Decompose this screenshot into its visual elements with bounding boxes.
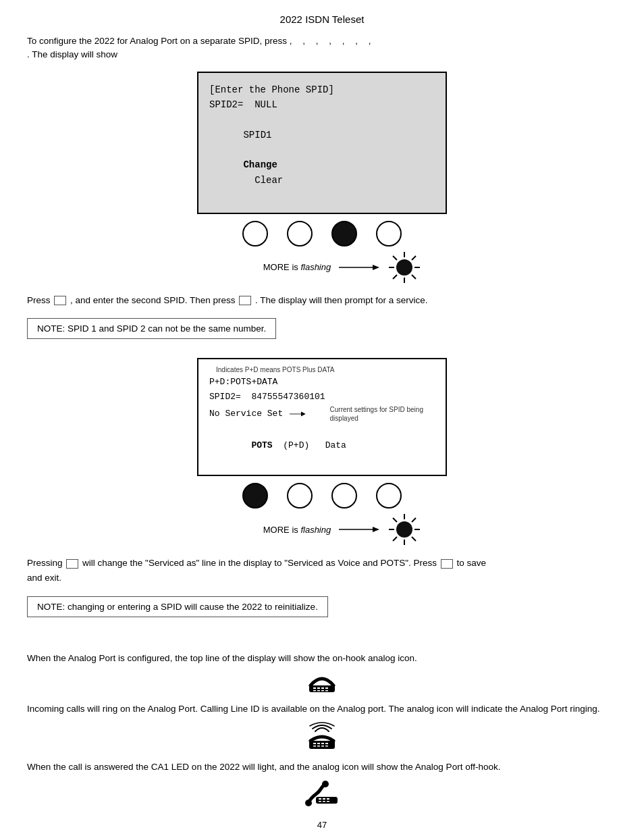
offhook-icon-row	[27, 779, 617, 806]
svg-point-10	[396, 259, 412, 276]
display2-line4: POTS (P+D) Data	[209, 423, 435, 468]
svg-marker-1	[373, 265, 379, 270]
arrow-2	[339, 523, 379, 536]
svg-rect-40	[321, 746, 324, 747]
svg-rect-26	[317, 687, 320, 689]
page-number: 47	[27, 820, 617, 830]
flash-icon-2	[387, 513, 421, 546]
svg-rect-33	[309, 741, 335, 749]
annotation-text: Current settings for SPID being displaye…	[330, 405, 435, 423]
display-line-1: [Enter the Phone SPID]	[209, 82, 435, 97]
svg-point-23	[396, 521, 412, 538]
svg-rect-46	[323, 798, 325, 800]
press-text: Press , and enter the second SPID. Then …	[27, 294, 617, 307]
svg-line-20	[412, 537, 416, 541]
svg-rect-34	[313, 743, 316, 744]
annotation-arrow	[290, 405, 329, 423]
display-box-1: [Enter the Phone SPID] SPID2= NULL SPID1…	[197, 72, 447, 214]
button-2[interactable]	[287, 221, 313, 246]
note-box-2: NOTE: changing or entering a SPID will c…	[27, 596, 328, 617]
svg-line-22	[393, 537, 397, 541]
display2-line2: SPID2= 84755547360101	[209, 390, 435, 405]
display2-line1: P+D:POTS+DATA	[209, 375, 435, 390]
more-flash-row-1: MORE is flashing	[27, 251, 617, 284]
svg-point-42	[322, 781, 329, 787]
more-text-2: MORE is flashing	[263, 525, 331, 535]
pressing-blank-btn-2	[441, 559, 453, 569]
more-flash-container-2: MORE is flashing	[263, 513, 421, 546]
press-blank-btn-1	[54, 296, 66, 305]
display2-rest: (P+D) Data	[273, 440, 346, 450]
ringing-icon-row	[27, 722, 617, 753]
svg-rect-37	[325, 743, 328, 744]
press-blank-btn-2	[239, 296, 251, 305]
note-box-1: NOTE: SPID 1 and SPID 2 can not be the s…	[27, 318, 276, 339]
svg-rect-32	[325, 690, 328, 692]
display2-line3: No Service Set	[209, 407, 283, 421]
svg-rect-39	[317, 746, 320, 747]
display-container-2: Indicates P+D means POTS Plus DATA P+D:P…	[27, 358, 617, 476]
svg-rect-31	[321, 690, 324, 692]
svg-rect-35	[317, 743, 320, 744]
buttons-row-2	[27, 483, 617, 509]
svg-rect-28	[325, 687, 328, 689]
analog-text-1: When the Analog Port is configured, the …	[27, 651, 617, 666]
flash-icon-1	[387, 251, 421, 284]
onhook-analog-icon	[306, 671, 338, 695]
svg-rect-25	[313, 687, 316, 689]
display-line-2: SPID2= NULL	[209, 97, 435, 112]
svg-line-7	[412, 275, 416, 279]
svg-rect-50	[327, 801, 329, 802]
ringing-analog-icon	[302, 722, 342, 753]
svg-rect-49	[323, 801, 325, 802]
display-wrapper-2: Indicates P+D means POTS Plus DATA P+D:P…	[197, 358, 447, 476]
svg-line-8	[412, 256, 416, 260]
display-box-2: Indicates P+D means POTS Plus DATA P+D:P…	[197, 358, 447, 476]
svg-rect-36	[321, 743, 324, 744]
intro-text: To configure the 2022 for Analog Port on…	[27, 34, 617, 62]
svg-line-19	[393, 518, 397, 522]
intro-text-part2: . The display will show	[27, 49, 117, 59]
more-text-1: MORE is flashing	[263, 262, 331, 272]
svg-rect-47	[327, 798, 329, 800]
svg-rect-27	[321, 687, 324, 689]
display-line-3: SPID1 Change Clear	[209, 112, 435, 203]
more-flash-row-2: MORE is flashing	[27, 513, 617, 546]
svg-rect-48	[319, 801, 321, 802]
onhook-icon-row	[27, 671, 617, 695]
button-dots: , , , , , , ,	[290, 36, 375, 46]
more-flash-container-1: MORE is flashing	[263, 251, 421, 284]
svg-line-9	[393, 275, 397, 279]
button-2-1-filled[interactable]	[242, 483, 268, 509]
button-2-4[interactable]	[376, 483, 402, 509]
display2-caption: Indicates P+D means POTS Plus DATA	[209, 366, 435, 373]
display2-line3-row: No Service Set Current settings for SPID…	[209, 405, 435, 423]
svg-rect-38	[313, 746, 316, 747]
svg-rect-41	[325, 746, 328, 747]
pressing-blank-btn-1	[66, 559, 78, 569]
section-gap	[27, 631, 617, 644]
button-2-2[interactable]	[287, 483, 313, 509]
buttons-row-1	[27, 221, 617, 246]
svg-rect-29	[313, 690, 316, 692]
svg-point-43	[305, 800, 312, 806]
display-line3-suffix: Clear	[243, 175, 283, 186]
display2-pots: POTS	[251, 440, 272, 450]
button-4[interactable]	[376, 221, 402, 246]
intro-text-part1: To configure the 2022 for Analog Port on…	[27, 36, 287, 46]
page-title: 2022 ISDN Teleset	[27, 14, 617, 25]
analog-text-2: Incoming calls will ring on the Analog P…	[27, 702, 617, 716]
svg-rect-30	[317, 690, 320, 692]
svg-line-21	[412, 518, 416, 522]
arrow-1	[339, 261, 379, 274]
button-3-filled[interactable]	[331, 221, 357, 246]
pressing-text: Pressing will change the "Serviced as" l…	[27, 556, 617, 585]
svg-line-6	[393, 256, 397, 260]
svg-rect-45	[319, 798, 321, 800]
offhook-analog-icon	[305, 779, 339, 806]
svg-marker-12	[301, 412, 306, 417]
button-2-3[interactable]	[331, 483, 357, 509]
display-line3-change: Change	[243, 159, 277, 170]
svg-rect-44	[316, 797, 338, 804]
button-1[interactable]	[242, 221, 268, 246]
